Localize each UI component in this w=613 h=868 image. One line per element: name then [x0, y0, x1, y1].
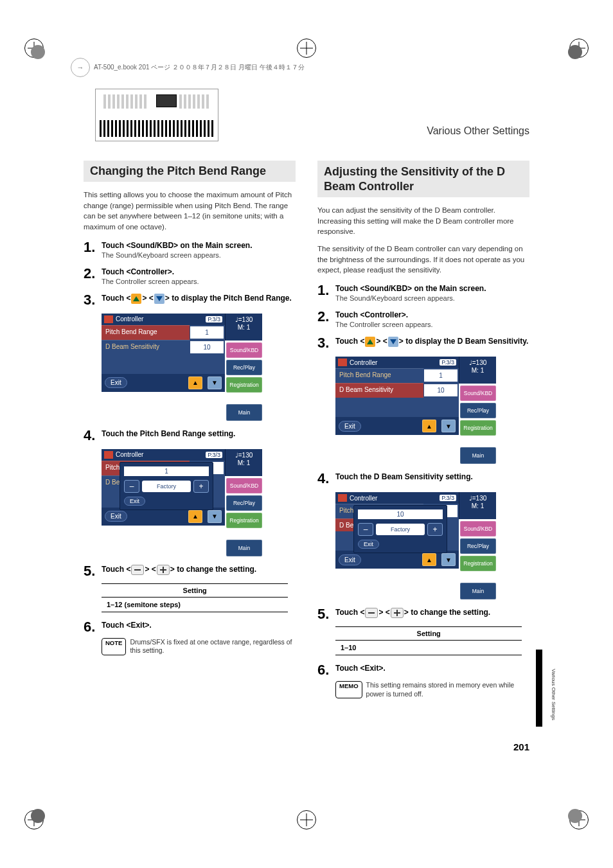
row-pitch-bend[interactable]: Pitch Bend Range 1 — [335, 368, 459, 383]
nav-down-button[interactable]: ▼ — [208, 510, 222, 523]
screen-page-indicator: P.3/3 — [206, 452, 222, 458]
step-sub: The Sound/Keyboard screen appears. — [102, 251, 296, 259]
screen-title: Controller — [350, 359, 377, 366]
plus-button[interactable]: + — [427, 523, 443, 536]
side-registration-button[interactable]: Registration — [226, 513, 262, 528]
book-meta-text: AT-500_e.book 201 ページ ２００８年７月２８日 月曜日 午後４… — [94, 63, 305, 72]
side-registration-button[interactable]: Registration — [460, 420, 496, 436]
value-popup: 10 – Factory + Exit — [353, 505, 447, 553]
step-main: Touch <Controller>. — [102, 267, 296, 276]
note-badge: NOTE — [102, 638, 126, 655]
step-main: Touch <Exit>. — [335, 664, 529, 673]
up-arrow-icon — [131, 294, 141, 304]
minus-icon — [365, 608, 378, 618]
exit-button[interactable]: Exit — [105, 377, 127, 388]
down-arrow-icon — [388, 337, 398, 347]
side-rec-play-button[interactable]: Rec/Play — [460, 403, 496, 418]
intro-paragraph: You can adjust the sensitivity of the D … — [317, 205, 529, 237]
tempo-display: ♩=130M: 1 — [225, 314, 262, 341]
screen-page-indicator: P.3/3 — [206, 316, 222, 323]
memo-text: This setting remains stored in memory ev… — [366, 681, 529, 698]
controller-screen: Controller P.3/3 Pitch Bend Range 1 D Be… — [102, 314, 262, 421]
side-main-button[interactable]: Main — [226, 540, 262, 556]
side-sound-kbd-button[interactable]: Sound/KBD — [226, 478, 262, 493]
nav-down-button[interactable]: ▼ — [441, 553, 456, 566]
side-rec-play-button[interactable]: Rec/Play — [226, 495, 262, 511]
step-main: Touch <> <> to change the setting. — [335, 608, 529, 618]
meta-arrow-icon: → — [71, 58, 90, 77]
popup-exit-button[interactable]: Exit — [358, 540, 379, 549]
minus-button[interactable]: – — [124, 480, 139, 493]
factory-button[interactable]: Factory — [142, 481, 191, 492]
step-main: Touch <Sound/KBD> on the Main screen. — [335, 284, 529, 293]
factory-button[interactable]: Factory — [376, 524, 425, 535]
step-main: Touch the Pitch Bend Range setting. — [102, 429, 296, 438]
page-header-title: Various Other Settings — [427, 125, 529, 137]
controller-screen-popup: Controller P.3/3 Pitch Bend Range 1 D Be… — [335, 492, 496, 599]
step-number: 2. — [84, 265, 102, 285]
plus-icon — [391, 608, 404, 618]
registration-dot — [568, 45, 582, 59]
screen-title: Controller — [350, 495, 377, 502]
side-rec-play-button[interactable]: Rec/Play — [460, 538, 496, 554]
registration-dot — [568, 809, 582, 823]
side-registration-button[interactable]: Registration — [226, 377, 262, 393]
chapter-tab-label: Various Other Settings — [551, 669, 556, 720]
side-sound-kbd-button[interactable]: Sound/KBD — [460, 521, 496, 536]
side-rec-play-button[interactable]: Rec/Play — [226, 360, 262, 375]
side-main-button[interactable]: Main — [460, 583, 496, 599]
popup-value: 1 — [124, 466, 209, 476]
side-sound-kbd-button[interactable]: Sound/KBD — [226, 342, 262, 358]
crop-mark-top-mid — [297, 39, 316, 58]
setting-table: Setting 1–10 — [335, 626, 522, 655]
step-number: 6. — [84, 619, 102, 635]
step-number: 5. — [84, 563, 102, 580]
step-main: Touch <Controller>. — [335, 310, 529, 319]
step-number: 2. — [317, 308, 335, 328]
step-main: Touch the D Beam Sensitivity setting. — [335, 472, 529, 481]
nav-down-button[interactable]: ▼ — [208, 376, 222, 389]
registration-dot — [31, 809, 45, 823]
setting-header: Setting — [102, 584, 288, 598]
down-arrow-icon — [154, 294, 164, 304]
popup-exit-button[interactable]: Exit — [124, 497, 145, 506]
book-meta-line: → AT-500_e.book 201 ページ ２００８年７月２８日 月曜日 午… — [71, 58, 305, 77]
value-popup: 1 – Factory + Exit — [120, 462, 213, 510]
row-pitch-bend[interactable]: Pitch Bend Range 1 — [102, 325, 225, 340]
setting-value: 1–12 (semitone steps) — [102, 598, 288, 612]
controller-screen: Controller P.3/3 Pitch Bend Range 1 D Be… — [335, 357, 496, 464]
row-d-beam[interactable]: D Beam Sensitivity 10 — [335, 383, 459, 398]
nav-up-button[interactable]: ▲ — [422, 553, 436, 566]
nav-down-button[interactable]: ▼ — [441, 420, 456, 432]
step-number: 1. — [317, 282, 335, 302]
note-text: Drums/SFX is fixed at one octave range, … — [130, 638, 296, 655]
step-number: 6. — [317, 662, 335, 678]
minus-button[interactable]: – — [358, 523, 373, 536]
nav-up-button[interactable]: ▲ — [188, 376, 202, 389]
product-illustration — [95, 89, 218, 141]
row-d-beam[interactable]: D Beam Sensitivity 10 — [102, 340, 225, 355]
step-sub: The Controller screen appears. — [102, 278, 296, 285]
exit-button[interactable]: Exit — [105, 511, 127, 522]
right-column: Adjusting the Sensitivity of the D Beam … — [317, 161, 529, 698]
step-main: Touch <> <> to display the Pitch Bend Ra… — [102, 294, 296, 304]
popup-value: 10 — [358, 509, 443, 519]
setting-value: 1–10 — [335, 641, 522, 655]
screen-page-indicator: P.3/3 — [440, 359, 456, 366]
nav-up-button[interactable]: ▲ — [188, 510, 202, 523]
side-registration-button[interactable]: Registration — [460, 556, 496, 571]
exit-button[interactable]: Exit — [339, 554, 361, 565]
minus-icon — [131, 565, 144, 575]
side-main-button[interactable]: Main — [226, 404, 262, 421]
exit-button[interactable]: Exit — [339, 421, 361, 432]
plus-button[interactable]: + — [193, 480, 209, 493]
screen-title: Controller — [116, 315, 143, 323]
screen-title-icon — [104, 315, 113, 323]
up-arrow-icon — [365, 337, 375, 347]
step-main: Touch <> <> to display the D Beam Sensit… — [335, 337, 529, 347]
section-title-right: Adjusting the Sensitivity of the D Beam … — [317, 161, 529, 197]
memo-badge: MEMO — [335, 681, 362, 698]
side-main-button[interactable]: Main — [460, 447, 496, 464]
nav-up-button[interactable]: ▲ — [422, 420, 436, 432]
side-sound-kbd-button[interactable]: Sound/KBD — [460, 385, 496, 401]
